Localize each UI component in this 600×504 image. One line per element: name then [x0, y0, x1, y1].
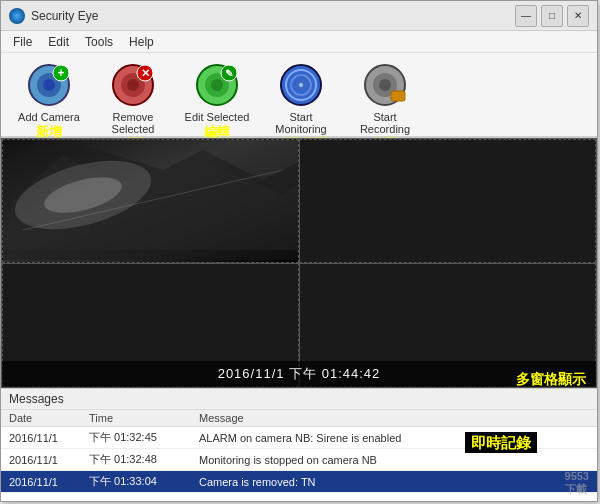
realtime-label: 即時記錄 — [465, 432, 537, 453]
start-monitoring-icon — [277, 61, 325, 109]
remove-selected-label: Remove Selected — [95, 111, 171, 135]
cell-date: 2016/11/1 — [1, 427, 81, 449]
maximize-button[interactable]: □ — [541, 5, 563, 27]
edit-selected-icon: ✎ — [193, 61, 241, 109]
svg-point-2 — [43, 79, 55, 91]
title-bar: Security Eye — □ ✕ — [1, 1, 597, 31]
svg-rect-23 — [391, 91, 405, 101]
menu-tools[interactable]: Tools — [77, 33, 121, 51]
title-bar-left: Security Eye — [9, 8, 98, 24]
grid-line-vertical — [299, 139, 300, 387]
col-message: Message — [191, 410, 597, 427]
messages-table-header: Date Time Message — [1, 410, 597, 427]
col-time: Time — [81, 410, 191, 427]
start-monitoring-label: Start Monitoring — [263, 111, 339, 135]
edit-selected-label: Edit Selected — [185, 111, 250, 123]
menu-edit[interactable]: Edit — [40, 33, 77, 51]
add-camera-button[interactable]: + Add Camera 新增 — [9, 59, 89, 143]
cell-time: 下午 01:32:45 — [81, 427, 191, 449]
start-recording-icon — [361, 61, 409, 109]
app-window: Security Eye — □ ✕ File Edit Tools Help … — [0, 0, 598, 502]
menu-bar: File Edit Tools Help — [1, 31, 597, 53]
svg-text:✎: ✎ — [225, 68, 233, 79]
timestamp-bar: 2016/11/1 下午 01:44:42 多窗格顯示 — [2, 361, 596, 387]
minimize-button[interactable]: — — [515, 5, 537, 27]
messages-panel: Messages Date Time Message 2016/11/1下午 0… — [1, 388, 597, 501]
app-title: Security Eye — [31, 9, 98, 23]
remove-selected-icon: ✕ — [109, 61, 157, 109]
cell-time: 下午 01:32:48 — [81, 449, 191, 471]
svg-point-22 — [379, 79, 391, 91]
menu-file[interactable]: File — [5, 33, 40, 51]
add-camera-label: Add Camera — [18, 111, 80, 123]
menu-help[interactable]: Help — [121, 33, 162, 51]
timestamp-text: 2016/11/1 下午 01:44:42 — [218, 365, 381, 383]
col-date: Date — [1, 410, 81, 427]
edit-selected-button[interactable]: ✎ Edit Selected 編輯 — [177, 59, 257, 143]
start-recording-label: Start Recording — [347, 111, 423, 135]
app-icon — [9, 8, 25, 24]
table-row: 2016/11/1下午 01:33:04Camera is removed: T… — [1, 471, 597, 493]
cell-time: 下午 01:33:04 — [81, 471, 191, 493]
svg-text:+: + — [57, 66, 64, 80]
toolbar: + Add Camera 新增 ✕ Remove Selected 移除 — [1, 53, 597, 138]
svg-point-7 — [127, 79, 139, 91]
camera-cell-top-left — [2, 139, 299, 263]
cell-message: Camera is removed: TN — [191, 471, 597, 493]
add-camera-icon: + — [25, 61, 73, 109]
multi-view-label: 多窗格顯示 — [516, 371, 586, 389]
title-controls: — □ ✕ — [515, 5, 589, 27]
camera-cell-top-right — [299, 139, 596, 263]
cell-date: 2016/11/1 — [1, 471, 81, 493]
realtime-label-container: 即時記錄 — [465, 434, 537, 453]
watermark-text: 9553下載 — [565, 470, 589, 497]
cell-date: 2016/11/1 — [1, 449, 81, 471]
messages-header: Messages — [1, 389, 597, 410]
svg-text:✕: ✕ — [141, 67, 150, 79]
svg-point-19 — [299, 83, 303, 87]
close-button[interactable]: ✕ — [567, 5, 589, 27]
camera-view: 2016/11/1 下午 01:44:42 多窗格顯示 — [1, 138, 597, 388]
svg-point-12 — [211, 79, 223, 91]
